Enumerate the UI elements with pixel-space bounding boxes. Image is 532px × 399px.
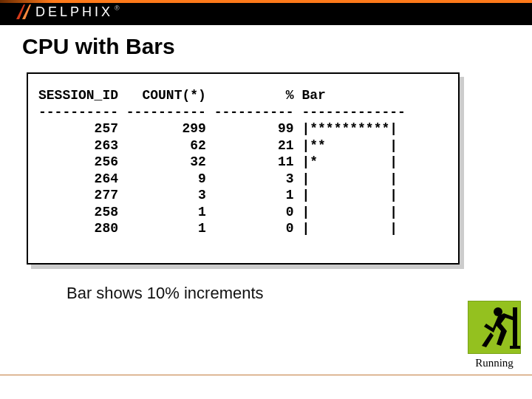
logo-text: DELPHIX®	[35, 4, 123, 20]
running-indicator: Running	[466, 301, 523, 369]
terminal-output: SESSION_ID COUNT(*) % Bar ---------- ---…	[38, 87, 448, 237]
logo-text-main: DELPHIX	[35, 4, 113, 19]
logo: DELPHIX®	[15, 1, 123, 22]
svg-rect-2	[510, 346, 520, 349]
app-header: DELPHIX®	[0, 0, 532, 25]
caption-text: Bar shows 10% increments	[66, 284, 510, 303]
logo-mark-icon	[15, 3, 35, 21]
page-title: CPU with Bars	[22, 34, 510, 59]
logo-registered: ®	[115, 4, 123, 12]
footer-divider	[0, 375, 532, 375]
svg-rect-1	[513, 307, 517, 347]
running-icon	[468, 301, 521, 354]
terminal: SESSION_ID COUNT(*) % Bar ---------- ---…	[27, 72, 460, 265]
slide-content: CPU with Bars SESSION_ID COUNT(*) % Bar …	[0, 25, 532, 303]
terminal-panel: SESSION_ID COUNT(*) % Bar ---------- ---…	[27, 72, 460, 265]
running-label: Running	[466, 357, 523, 369]
